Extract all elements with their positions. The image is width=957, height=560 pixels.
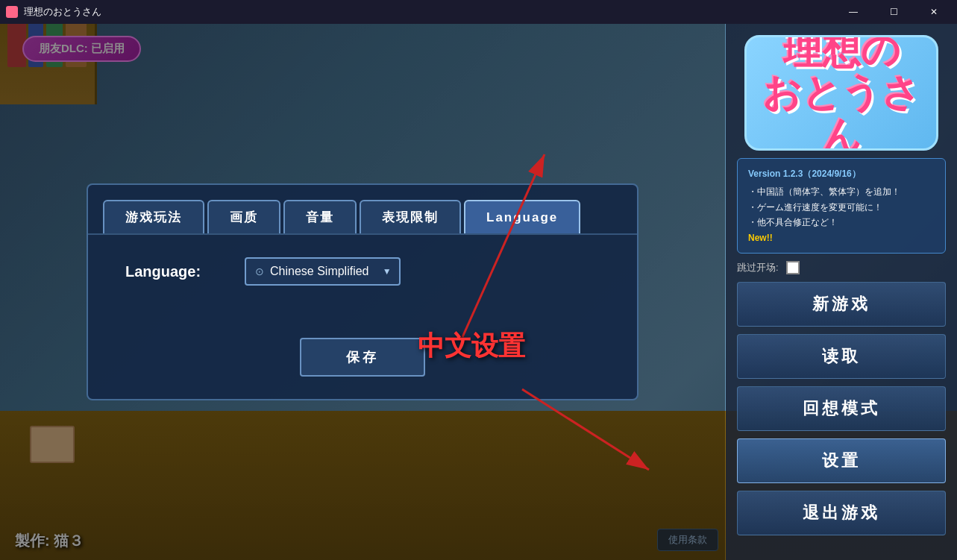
language-row: Language: ⊙ Chinese Simplified ▼	[125, 257, 600, 286]
settings-overlay: 游戏玩法 画质 音量 表現限制 Language Language: ⊙ Chi…	[0, 24, 725, 560]
language-dropdown[interactable]: ⊙ Chinese Simplified ▼	[245, 257, 401, 286]
settings-content: Language: ⊙ Chinese Simplified ▼	[88, 235, 637, 323]
skip-row: 跳过开场:	[737, 261, 946, 274]
right-panel: 理想の おとうさん Version 1.2.3（2024/9/16） ・中国語（…	[726, 24, 957, 560]
version-line-1: ・中国語（簡体字、繁体字）を追加！	[748, 184, 935, 199]
minimize-button[interactable]: —	[836, 0, 870, 24]
window-title: 理想のおとうさん	[24, 5, 101, 19]
game-logo: 理想の おとうさん	[744, 35, 938, 151]
window-controls: — ☐ ✕	[836, 0, 951, 24]
version-new-label: New!!	[748, 233, 773, 243]
tab-audio[interactable]: 音量	[283, 200, 357, 233]
close-button[interactable]: ✕	[917, 0, 951, 24]
version-box: Version 1.2.3（2024/9/16） ・中国語（簡体字、繁体字）を追…	[737, 158, 946, 254]
logo-text: 理想の おとうさん	[747, 35, 936, 151]
settings-button[interactable]: 设置	[737, 438, 946, 483]
version-line-3: ・他不具合修正など！	[748, 215, 935, 230]
settings-modal: 游戏玩法 画质 音量 表現限制 Language Language: ⊙ Chi…	[87, 183, 638, 400]
maximize-button[interactable]: ☐	[876, 0, 911, 24]
version-line-2: ・ゲーム進行速度を変更可能に！	[748, 200, 935, 215]
skip-label: 跳过开场:	[737, 261, 779, 274]
save-button[interactable]: 保存	[300, 338, 425, 377]
language-value: Chinese Simplified	[270, 265, 369, 278]
settings-tab-bar: 游戏玩法 画质 音量 表現限制 Language	[88, 185, 637, 235]
version-title: Version 1.2.3（2024/9/16）	[748, 166, 935, 181]
new-game-button[interactable]: 新游戏	[737, 282, 946, 327]
quit-button[interactable]: 退出游戏	[737, 491, 946, 535]
chevron-down-icon: ▼	[383, 266, 392, 277]
tab-graphics[interactable]: 画质	[207, 200, 280, 233]
tab-language[interactable]: Language	[464, 200, 580, 233]
load-button[interactable]: 读取	[737, 334, 946, 379]
titlebar: 理想のおとうさん — ☐ ✕	[0, 0, 957, 24]
radio-icon: ⊙	[255, 265, 264, 277]
titlebar-title: 理想のおとうさん	[6, 5, 101, 19]
language-label: Language:	[125, 263, 230, 280]
tab-performance[interactable]: 表現限制	[360, 200, 461, 233]
gallery-button[interactable]: 回想模式	[737, 386, 946, 431]
app-icon	[6, 6, 18, 18]
skip-checkbox[interactable]	[786, 261, 800, 274]
tab-gameplay[interactable]: 游戏玩法	[103, 200, 204, 233]
